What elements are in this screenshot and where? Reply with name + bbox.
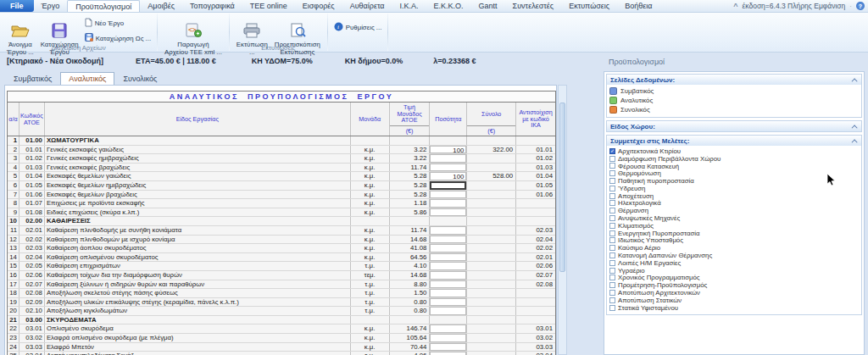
checkbox-icon[interactable] bbox=[609, 252, 615, 258]
study-checkbox-item[interactable]: Ανυψωτικές Μηχανές bbox=[609, 214, 859, 222]
checkbox-icon[interactable] bbox=[609, 223, 615, 229]
checkbox-icon[interactable] bbox=[609, 282, 615, 288]
study-checkbox-item[interactable]: Υγραέριο bbox=[609, 267, 859, 275]
study-checkbox-item[interactable]: Ηλεκτρολογικά bbox=[609, 200, 859, 208]
table-row[interactable]: 25 03.04 Λεπτά γαρμπιλοδέματα Σενάζ τ.μ.… bbox=[8, 352, 555, 355]
menu-item-ι-κ-α-[interactable]: Ι.Κ.Α. bbox=[392, 0, 426, 12]
column-header[interactable]: Είδος Εργασίας bbox=[45, 103, 351, 136]
column-header[interactable]: Αντιστοίχιση με κωδικό ΙΚΑ bbox=[516, 103, 555, 136]
data-pages-header[interactable]: Σελίδες Δεδομένων: bbox=[607, 75, 861, 85]
quantity-input[interactable] bbox=[430, 298, 466, 307]
menu-item-αμοιβές[interactable]: Αμοιβές bbox=[140, 0, 182, 12]
studies-header[interactable]: Συμμετέχει στις Μελέτες: bbox=[607, 136, 861, 146]
study-checkbox-item[interactable]: Κατανομή Δαπανών Θέρμανσης bbox=[609, 252, 859, 259]
study-checkbox-item[interactable]: Λοιπές Η/Μ Εργασίες bbox=[609, 259, 859, 267]
menu-item-συντελεστές[interactable]: Συντελεστές bbox=[505, 0, 562, 12]
checkbox-icon[interactable] bbox=[609, 163, 615, 169]
checkbox-icon[interactable] bbox=[609, 245, 615, 251]
table-row[interactable]: 2 01.01 Γενικές εκσκαφές γαιώδεις κ.μ. 3… bbox=[8, 146, 555, 155]
checkbox-icon[interactable] bbox=[609, 297, 615, 303]
study-checkbox-item[interactable]: Αποτύπωση Αρχιτεκτονικών bbox=[609, 289, 859, 297]
study-checkbox-item[interactable]: Χρονικός Προγραμματισμός bbox=[609, 275, 859, 282]
quantity-input[interactable] bbox=[430, 334, 466, 342]
table-row[interactable]: 13 02.03 Καθαίρεση άοπλου σκυροδέματος κ… bbox=[8, 244, 555, 253]
table-row[interactable]: 3 01.02 Γενικές εκσκαφές ημιβραχώδεις κ.… bbox=[8, 154, 555, 164]
collapse-ribbon-icon[interactable]: ^ bbox=[733, 2, 737, 10]
study-checkbox-item[interactable]: Ιδιωτικός Υποσταθμός bbox=[609, 237, 859, 245]
table-row[interactable]: 24 03.03 Ελαφρό Μπετόν κ.μ. 70.44 03.03 bbox=[8, 343, 555, 352]
legend-item[interactable]: Συμβατικός bbox=[609, 86, 859, 96]
table-row[interactable]: 23 03.02 Ελαφρά οπλισμένο σκυρόδεμα (με … bbox=[8, 334, 555, 343]
quantity-input[interactable] bbox=[430, 324, 466, 333]
table-row[interactable]: 1 01.00 ΧΩΜΑΤΟΥΡΓΙΚΑ bbox=[8, 136, 555, 146]
table-row[interactable]: 6 01.05 Εκσκαφές θεμελίων ημιβραχώδεις κ… bbox=[8, 181, 555, 191]
study-checkbox-item[interactable]: Στατικά Υφισταμένου bbox=[609, 304, 859, 312]
table-row[interactable]: 10 02.00 ΚΑΘΑΙΡΕΣΕΙΣ bbox=[8, 217, 555, 226]
menu-item-ε-κ-κ-ο-[interactable]: Ε.Κ.Κ.Ο. bbox=[426, 0, 471, 12]
column-header[interactable]: Μονάδα bbox=[351, 103, 390, 136]
table-row[interactable]: 4 01.03 Γενικές εκσκαφές βραχώδεις κ.μ. … bbox=[8, 164, 555, 173]
generate-tee-xml-button[interactable]: <> Παραγωγή Αρχείου ΤΕΕ xml ... bbox=[161, 14, 225, 58]
table-row[interactable]: 5 01.04 Εκσκαφές θεμελίων γαιώδεις κ.μ. … bbox=[8, 172, 555, 181]
table-row[interactable]: 15 02.05 Καθαίρεση επιχρισμάτων τ.μ. 4.1… bbox=[8, 262, 555, 271]
menu-item-βοήθεια[interactable]: Βοήθεια bbox=[617, 0, 659, 12]
quantity-input[interactable] bbox=[430, 280, 466, 289]
space-type-header[interactable]: Είδος Χώρου: bbox=[607, 121, 861, 131]
study-checkbox-item[interactable]: Ενεργητική Πυροπροστασία bbox=[609, 230, 859, 237]
save-as-button[interactable]: Καταχώρηση Ως ... bbox=[82, 32, 153, 44]
help-icon[interactable]: ? bbox=[856, 2, 865, 10]
table-row[interactable]: 14 02.04 Καθαίρεση οπλισμένου σκυροδέματ… bbox=[8, 253, 555, 263]
quantity-input[interactable] bbox=[430, 289, 466, 297]
quantity-input[interactable] bbox=[430, 271, 466, 280]
menu-item-έργο[interactable]: Έργο bbox=[34, 0, 68, 12]
quantity-input[interactable]: 100 bbox=[430, 172, 466, 180]
study-checkbox-item[interactable]: Ύδρευση bbox=[609, 185, 859, 192]
study-checkbox-item[interactable]: Θερμομόνωση bbox=[609, 169, 859, 177]
table-row[interactable]: 17 02.07 Καθαίρεση ξύλινων ή σιδηρών θυρ… bbox=[8, 280, 555, 290]
checkbox-icon[interactable] bbox=[609, 275, 615, 280]
file-menu-button[interactable]: File bbox=[0, 0, 34, 12]
quantity-input[interactable] bbox=[430, 253, 466, 262]
table-row[interactable]: 7 01.06 Εκσκαφές θεμελίων βραχώδεις κ.μ.… bbox=[8, 191, 555, 200]
checkbox-icon[interactable] bbox=[609, 208, 615, 214]
checkbox-icon[interactable] bbox=[609, 186, 615, 191]
quantity-input[interactable] bbox=[430, 199, 466, 208]
study-checkbox-item[interactable]: Φέρουσα Κατασκευή bbox=[609, 163, 859, 170]
checkbox-icon[interactable] bbox=[609, 260, 615, 266]
quantity-input[interactable] bbox=[430, 262, 466, 270]
study-checkbox-item[interactable]: Διαμόρφωση Περιβάλλοντα Χώρου bbox=[609, 155, 859, 163]
checkbox-icon[interactable] bbox=[609, 156, 615, 162]
menu-item-προϋπολογισμοί[interactable]: Προϋπολογισμοί bbox=[67, 0, 140, 12]
column-header[interactable]: Τιμή Μονάδος ΑΤΟΕ (€) bbox=[390, 103, 431, 136]
menu-item-τεε-online[interactable]: ΤΕΕ online bbox=[242, 0, 295, 12]
vertical-scrollbar[interactable] bbox=[558, 85, 567, 355]
column-header[interactable]: Κωδικός ΑΤΟΕ bbox=[19, 103, 45, 136]
collapse-chevron-icon[interactable] bbox=[852, 125, 858, 130]
quantity-input[interactable] bbox=[430, 343, 466, 352]
table-row[interactable]: 20 02.10 Αποξήλωση κιγκλιδωμάτων τ.μ. 0.… bbox=[8, 307, 555, 316]
checkbox-icon[interactable] bbox=[609, 305, 615, 311]
menu-item-εισφορές[interactable]: Εισφορές bbox=[295, 0, 342, 12]
collapse-chevron-icon[interactable] bbox=[852, 139, 858, 145]
quantity-input[interactable] bbox=[430, 244, 466, 252]
legend-item[interactable]: Αναλυτικός bbox=[609, 96, 859, 105]
study-checkbox-item[interactable]: Αποτύπωση Στατικών bbox=[609, 297, 859, 304]
quantity-input[interactable] bbox=[430, 352, 466, 355]
column-header[interactable]: Σύνολο (€) bbox=[467, 103, 516, 136]
quantity-input-selected[interactable] bbox=[430, 181, 466, 190]
checkbox-icon[interactable]: ✓ bbox=[609, 148, 615, 154]
checkbox-icon[interactable] bbox=[609, 268, 615, 274]
table-row[interactable]: 18 02.08 Αποξήλωση σκελετού στέγης πάσης… bbox=[8, 289, 555, 298]
checkbox-icon[interactable] bbox=[609, 170, 615, 176]
column-header[interactable]: Ποσότητα bbox=[430, 103, 467, 136]
table-row[interactable]: 9 01.08 Ειδικές επιχώσεις (σκύρα κ.λπ.) … bbox=[8, 208, 555, 218]
table-row[interactable]: 21 03.00 ΣΚΥΡΟΔΕΜΑΤΑ bbox=[8, 316, 555, 325]
quantity-input[interactable] bbox=[430, 164, 466, 172]
settings-button[interactable]: i Ρυθμίσεις ... bbox=[331, 21, 384, 34]
table-row[interactable]: 22 03.01 Οπλισμένο σκυρόδεμα κ.μ. 146.74… bbox=[8, 324, 555, 334]
checkbox-icon[interactable] bbox=[609, 290, 615, 296]
study-checkbox-item[interactable]: Αποχέτευση bbox=[609, 192, 859, 200]
checkbox-icon[interactable] bbox=[609, 215, 615, 221]
quantity-input[interactable] bbox=[430, 191, 466, 199]
collapse-chevron-icon[interactable] bbox=[852, 78, 858, 84]
